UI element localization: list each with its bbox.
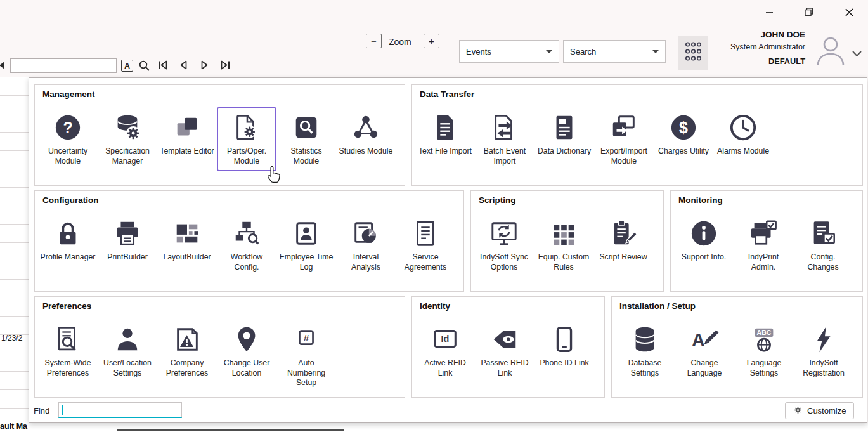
menu-item-config-changes[interactable]: Config. Changes (793, 213, 853, 277)
book-lines-icon (550, 113, 579, 142)
menu-item-change-language[interactable]: A Change Language (675, 319, 734, 383)
back-arrow-button[interactable] (0, 61, 5, 72)
menu-item-label: Phone ID Link (540, 358, 588, 369)
menu-item-template-editor[interactable]: Template Editor (157, 107, 217, 162)
modules-menu-panel: Management ? Uncertainty Module Specific… (29, 77, 867, 423)
menu-item-interval-analysis[interactable]: Interval Analysis (336, 213, 396, 277)
zoom-out-button[interactable]: − (366, 34, 382, 48)
document-alert-icon (172, 325, 202, 354)
go-previous-button[interactable] (179, 60, 188, 72)
menu-item-passive-rfid-link[interactable]: Passive RFID Link (475, 319, 534, 383)
menu-item-data-dictionary[interactable]: Data Dictionary (534, 107, 594, 162)
menu-item-batch-event-import[interactable]: Batch Event Import (475, 107, 534, 171)
svg-text:ABC: ABC (757, 329, 772, 336)
group-title: Preferences (35, 297, 405, 315)
menu-item-label: System-Wide Preferences (40, 358, 96, 378)
user-name: JOHN DOE (697, 30, 805, 39)
person-icon (113, 325, 142, 354)
svg-text:?: ? (63, 119, 72, 136)
menu-item-language-settings[interactable]: ABC Language Settings (734, 319, 794, 383)
menu-item-active-rfid-link[interactable]: Id Active RFID Link (415, 319, 475, 383)
menu-item-label: Alarms Module (717, 147, 769, 157)
menu-item-statistics-module[interactable]: Statistics Module (276, 107, 336, 171)
match-case-button[interactable]: A (121, 60, 133, 72)
search-dropdown[interactable]: Search (563, 40, 666, 63)
go-first-button[interactable] (157, 60, 168, 72)
search-button[interactable] (138, 60, 150, 74)
menu-item-support-info[interactable]: Support Info. (674, 213, 734, 268)
menu-item-specification-manager[interactable]: Specification Manager (98, 107, 157, 171)
quick-search-input[interactable] (10, 58, 117, 73)
menu-item-text-file-import[interactable]: Text File Import (415, 107, 475, 162)
close-button[interactable] (839, 5, 858, 22)
menu-item-user-location-settings[interactable]: User/Location Settings (98, 319, 157, 383)
previous-icon (179, 60, 188, 72)
menu-item-script-review[interactable]: Script Review (593, 213, 653, 268)
menu-item-profile-manager[interactable]: Profile Manager (38, 213, 98, 268)
clipboard-pencil-icon (609, 219, 638, 248)
menu-item-studies-module[interactable]: Studies Module (336, 107, 396, 162)
menu-item-label: Equip. Custom Rules (536, 252, 592, 272)
menu-item-parts-oper-module[interactable]: Parts/Oper. Module (217, 107, 276, 171)
menu-item-indyprint-admin[interactable]: IndyPrint Admin. (734, 213, 793, 277)
database-gear-icon (113, 113, 142, 142)
user-scope: DEFAULT (697, 56, 805, 66)
info-circle-icon (689, 219, 718, 248)
menu-item-workflow-config[interactable]: Workflow Config. (217, 213, 276, 277)
menu-item-indysoft-sync-options[interactable]: IndySoft Sync Options (474, 213, 534, 277)
menu-item-label: Text File Import (418, 147, 472, 157)
menu-item-export-import-module[interactable]: Export/Import Module (594, 107, 654, 171)
document-check-icon (808, 219, 838, 248)
menu-item-employee-time-log[interactable]: Employee Time Log (276, 213, 336, 277)
group-title: Configuration (35, 191, 463, 209)
chevron-down-icon (852, 48, 862, 59)
find-input[interactable] (58, 402, 182, 418)
printer-check-icon (749, 219, 778, 248)
avatar-icon (814, 56, 847, 67)
menu-item-label: Parts/Oper. Module (219, 147, 275, 166)
restore-button[interactable] (800, 5, 819, 22)
menu-item-alarms-module[interactable]: Alarms Module (713, 107, 773, 162)
group-monitoring: Monitoring Support Info. IndyPrint Admin… (670, 190, 863, 292)
background-bottom-text-fragment: ault Ma (0, 422, 27, 431)
menu-item-printbuilder[interactable]: PrintBuilder (98, 213, 157, 268)
minimize-button[interactable] (760, 5, 779, 22)
user-menu-chevron[interactable] (852, 48, 862, 60)
menu-item-database-settings[interactable]: Database Settings (615, 319, 675, 383)
customize-label: Customize (807, 406, 846, 416)
hash-square-icon: # (292, 325, 321, 354)
group-identity: Identity Id Active RFID Link Passive RFI… (411, 296, 605, 398)
menu-item-service-agreements[interactable]: Service Agreements (396, 213, 455, 277)
group-configuration: Configuration Profile Manager PrintBuild… (34, 190, 464, 292)
app-screen: 1/23/2 ault Ma − Zoom + Events Search (0, 0, 868, 432)
menu-item-label: Export/Import Module (596, 147, 652, 166)
menu-item-system-wide-preferences[interactable]: System-Wide Preferences (38, 319, 98, 383)
find-field (58, 402, 182, 418)
go-next-button[interactable] (200, 60, 209, 72)
person-card-icon (292, 219, 321, 248)
svg-text:#: # (304, 332, 309, 343)
menu-item-label: Auto Numbering Setup (278, 358, 334, 388)
menu-item-charges-utility[interactable]: $ Charges Utility (654, 107, 713, 162)
menu-item-equip-custom-rules[interactable]: Equip. Custom Rules (534, 213, 593, 277)
search-icon (138, 60, 150, 74)
zoom-in-button[interactable]: + (424, 34, 439, 48)
menu-item-label: Profile Manager (41, 252, 96, 263)
menu-item-auto-numbering-setup[interactable]: # Auto Numbering Setup (276, 319, 336, 393)
go-last-button[interactable] (220, 60, 231, 72)
menu-item-label: IndySoft Sync Options (476, 252, 532, 272)
background-date-fragment: 1/23/2 (1, 334, 22, 343)
events-dropdown[interactable]: Events (459, 40, 559, 63)
menu-item-indysoft-registration[interactable]: IndySoft Registration (794, 319, 853, 383)
menu-item-layoutbuilder[interactable]: LayoutBuilder (157, 213, 217, 268)
next-icon (200, 60, 209, 72)
user-avatar[interactable] (814, 35, 847, 68)
gear-icon (793, 405, 803, 417)
customize-button[interactable]: Customize (785, 402, 854, 419)
menu-item-company-preferences[interactable]: Company Preferences (157, 319, 217, 383)
group-preferences: Preferences System-Wide Preferences User… (34, 296, 405, 398)
phone-icon (550, 325, 579, 354)
menu-item-phone-id-link[interactable]: Phone ID Link (534, 319, 594, 374)
menu-item-uncertainty-module[interactable]: ? Uncertainty Module (38, 107, 98, 171)
menu-item-change-user-location[interactable]: Change User Location (217, 319, 276, 383)
